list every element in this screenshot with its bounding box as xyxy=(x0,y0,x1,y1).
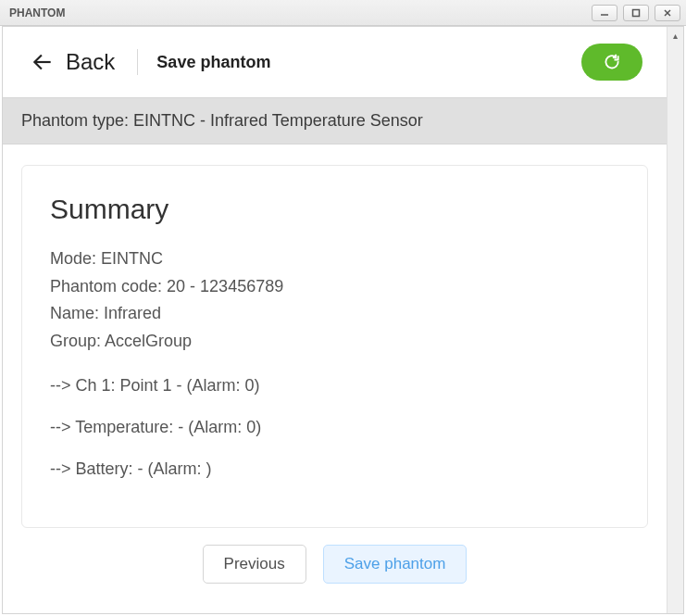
window-titlebar: PHANTOM xyxy=(0,0,686,26)
window-title: PHANTOM xyxy=(9,6,65,19)
footer: Previous Save phantom xyxy=(3,539,667,597)
page-header: Back Save phantom xyxy=(3,31,667,97)
svg-rect-1 xyxy=(633,9,640,16)
channel-line: --> Ch 1: Point 1 - (Alarm: 0) xyxy=(50,376,619,396)
refresh-button[interactable] xyxy=(581,44,642,81)
channel-line: --> Temperature: - (Alarm: 0) xyxy=(50,418,619,437)
save-phantom-button[interactable]: Save phantom xyxy=(323,545,468,584)
summary-group: Group: AccelGroup xyxy=(50,328,619,356)
summary-card: Summary Mode: EINTNC Phantom code: 20 - … xyxy=(21,165,648,528)
back-label: Back xyxy=(66,49,115,75)
scroll-up-arrow-icon[interactable]: ▴ xyxy=(667,27,683,44)
client-area: Back Save phantom Phantom type: EINTNC -… xyxy=(2,26,684,614)
previous-button[interactable]: Previous xyxy=(203,545,306,584)
refresh-icon xyxy=(603,53,621,71)
summary-code: Phantom code: 20 - 123456789 xyxy=(50,273,619,301)
vertical-scrollbar[interactable]: ▴ xyxy=(667,27,683,613)
maximize-button[interactable] xyxy=(623,5,649,21)
phantom-type-text: Phantom type: EINTNC - Infrared Temperat… xyxy=(21,111,423,130)
phantom-type-banner: Phantom type: EINTNC - Infrared Temperat… xyxy=(3,97,667,145)
save-phantom-label: Save phantom xyxy=(344,555,446,573)
back-button[interactable]: Back xyxy=(31,49,115,75)
summary-heading: Summary xyxy=(50,194,619,225)
close-icon xyxy=(663,8,672,18)
window-controls xyxy=(592,5,680,21)
channel-line: --> Battery: - (Alarm: ) xyxy=(50,459,619,479)
page-title: Save phantom xyxy=(156,53,270,72)
card-container: Summary Mode: EINTNC Phantom code: 20 - … xyxy=(3,145,667,539)
back-arrow-icon xyxy=(31,50,55,74)
minimize-button[interactable] xyxy=(592,5,617,21)
summary-name: Name: Infrared xyxy=(50,300,619,328)
header-divider xyxy=(137,49,138,75)
previous-label: Previous xyxy=(224,555,285,573)
close-button[interactable] xyxy=(655,5,680,21)
summary-mode: Mode: EINTNC xyxy=(50,245,619,273)
maximize-icon xyxy=(631,8,641,18)
minimize-icon xyxy=(600,8,609,18)
summary-channels: --> Ch 1: Point 1 - (Alarm: 0) --> Tempe… xyxy=(50,376,619,479)
page: Back Save phantom Phantom type: EINTNC -… xyxy=(3,27,667,613)
